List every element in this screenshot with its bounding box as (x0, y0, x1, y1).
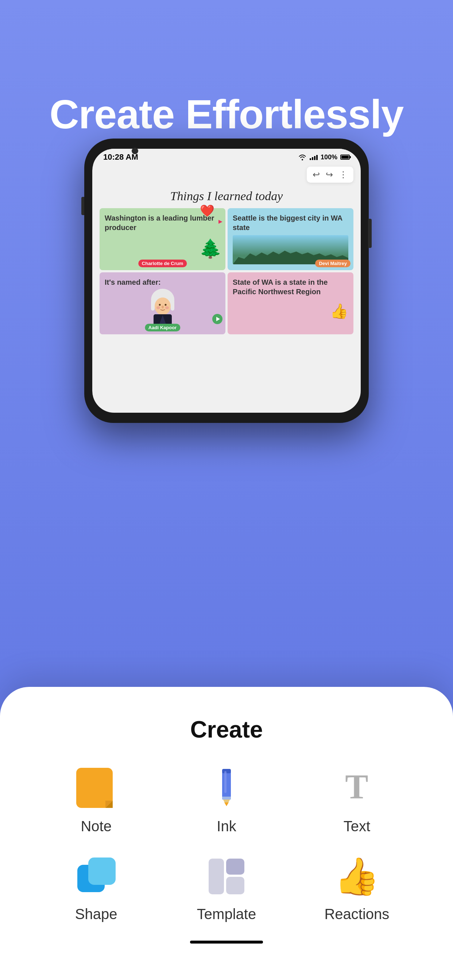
thumbsup-sticker: 👍 (330, 302, 348, 320)
svg-rect-22 (88, 858, 116, 885)
board-grid: Washington is a leading lumber producer … (100, 208, 353, 334)
status-time: 10:28 AM (103, 153, 138, 162)
battery-icon (340, 154, 350, 160)
signal-icon (309, 154, 318, 160)
phone-shell: 10:28 AM 100% (84, 138, 369, 423)
svg-point-7 (156, 306, 160, 309)
svg-point-6 (161, 305, 164, 309)
note-icon (73, 765, 120, 812)
text-label: Text (344, 818, 370, 835)
phone-mockup: 10:28 AM 100% (84, 138, 369, 423)
status-icons: 100% (298, 153, 350, 161)
icon-grid: Note Ink (37, 765, 416, 923)
template-icon-svg (206, 856, 247, 897)
template-label: Template (197, 906, 256, 923)
battery-fill (341, 156, 349, 159)
svg-marker-16 (224, 802, 229, 806)
more-button[interactable]: ⋮ (339, 170, 348, 180)
template-icon (203, 853, 250, 900)
svg-text:T: T (345, 768, 368, 806)
board-cell-1[interactable]: Washington is a leading lumber producer … (100, 208, 225, 270)
volume-button (81, 197, 84, 215)
avatar-tag-aadi: Aadi Kapoor (145, 324, 180, 331)
cell-4-text: State of WA is a state in the Pacific No… (233, 277, 348, 296)
heart-sticker: ❤️ (200, 204, 214, 218)
cursor-decoration: ▶ (219, 218, 222, 224)
editor-toolbar: ↩ ↪ ⋮ (92, 164, 361, 186)
reactions-icon: 👍 (333, 853, 380, 900)
note-icon-svg (73, 765, 120, 812)
ink-icon (203, 765, 250, 812)
page-headline: Create Effortlessly (0, 92, 453, 137)
power-button (368, 219, 372, 248)
toolbar-inner: ↩ ↪ ⋮ (307, 167, 353, 183)
create-reactions-item[interactable]: 👍 Reactions (297, 853, 416, 923)
svg-rect-23 (209, 859, 224, 894)
shape-icon-svg (74, 854, 118, 898)
play-button-3[interactable] (212, 314, 222, 324)
svg-rect-25 (226, 877, 244, 894)
svg-point-8 (165, 306, 169, 309)
create-shape-item[interactable]: Shape (37, 853, 156, 923)
battery-percent: 100% (321, 153, 337, 161)
gw-portrait (146, 289, 179, 325)
text-icon-svg: T (337, 768, 377, 809)
phone-screen: 10:28 AM 100% (92, 149, 361, 413)
svg-rect-2 (171, 300, 174, 310)
board-cell-4[interactable]: State of WA is a state in the Pacific No… (228, 272, 353, 334)
svg-rect-24 (226, 859, 244, 875)
cell-2-text: Seattle is the biggest city in WA state (233, 213, 348, 232)
tree-sticker: 🌲 (199, 238, 222, 259)
avatar-tag-charlotte: Charlotte de Crum (138, 259, 187, 267)
board-cell-3[interactable]: It's named after: (100, 272, 225, 334)
text-icon: T (333, 765, 380, 812)
home-indicator (190, 940, 263, 943)
board-cell-2[interactable]: Seattle is the biggest city in WA state … (228, 208, 353, 270)
panel-title: Create (37, 716, 416, 743)
board-title: Things I learned today (100, 189, 353, 203)
avatar-tag-devi: Devi Maitrey (315, 259, 351, 267)
reactions-label: Reactions (324, 906, 389, 923)
board-canvas: Things I learned today Washington is a l… (92, 186, 361, 342)
redo-button[interactable]: ↪ (326, 170, 333, 180)
create-panel: Create Note (0, 687, 453, 980)
shape-icon (73, 853, 120, 900)
undo-button[interactable]: ↩ (313, 170, 320, 180)
svg-point-4 (159, 304, 161, 306)
front-camera (132, 148, 138, 154)
ink-label: Ink (217, 818, 236, 835)
create-template-item[interactable]: Template (167, 853, 286, 923)
svg-rect-18 (222, 797, 231, 800)
shape-label: Shape (75, 906, 118, 923)
svg-rect-19 (224, 771, 226, 793)
note-label: Note (81, 818, 112, 835)
svg-rect-1 (151, 300, 155, 310)
wifi-icon (298, 154, 307, 161)
cell-3-text: It's named after: (105, 277, 220, 287)
create-ink-item[interactable]: Ink (167, 765, 286, 835)
create-text-item[interactable]: T Text (297, 765, 416, 835)
svg-point-5 (164, 304, 166, 306)
speaker-bar (197, 142, 256, 149)
create-note-item[interactable]: Note (37, 765, 156, 835)
ink-icon-svg (212, 767, 241, 810)
